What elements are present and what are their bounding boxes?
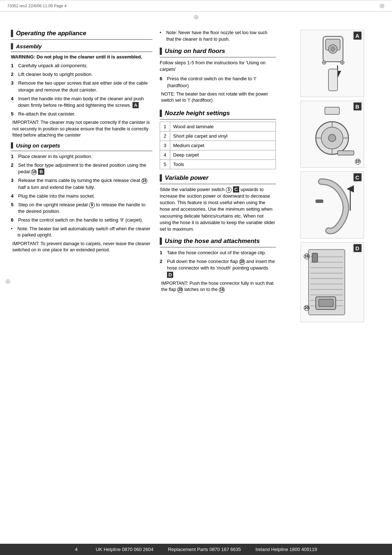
- diagram-d-ref2: 20: [304, 305, 310, 311]
- nozzle-row-5: 5 Tools: [160, 159, 276, 169]
- assembly-warning: WARNING: Do not plug in the cleaner unti…: [11, 54, 152, 60]
- section-hose: Using the hose and attachments: [160, 238, 276, 245]
- uk-helpline: UK Helpline 0870 060 2604: [96, 547, 154, 552]
- section-assembly: Assembly: [11, 43, 152, 49]
- nozzle-row-4: 4 Deep carpet: [160, 150, 276, 159]
- diagram-b-label: B: [354, 102, 362, 110]
- hard-floors-intro: Follow steps 1-5 from the instructions f…: [160, 60, 276, 73]
- page-number: 4: [75, 547, 77, 552]
- hose-step-1: 1 Take the hose connector out of the sto…: [160, 250, 276, 256]
- print-info: 73352 rev2 22/6/06 11:09 Page 4: [7, 4, 66, 8]
- svg-rect-22: [316, 200, 323, 203]
- footer: 4 UK Helpline 0870 060 2604 Replacement …: [0, 544, 392, 555]
- hose-list: 1 Take the hose connector out of the sto…: [160, 250, 276, 278]
- hose-important: IMPORTANT: Push the hose connector fully…: [160, 280, 276, 293]
- svg-rect-36: [312, 253, 318, 262]
- hard-floors-list: 6 Press the control switch on the handle…: [160, 76, 276, 89]
- diagram-d-ref1: 16: [304, 254, 310, 259]
- hose-step-2: 2 Pull down the hose connector flap 20 a…: [160, 258, 276, 278]
- nozzle-table: 1 Wood and laminate 2 Short pile carpet …: [160, 122, 276, 169]
- svg-rect-19: [338, 151, 354, 155]
- crosshair-right: ⊕: [379, 2, 385, 10]
- assembly-step-2: 2 Lift cleaner body to upright position.: [11, 71, 152, 78]
- carpets-list: 1 Place cleaner in its upright position.…: [11, 153, 152, 224]
- diagram-d-svg: [305, 246, 359, 319]
- svg-rect-20: [325, 107, 339, 114]
- carpet-important: IMPORTANT: To prevent damage to carpets,…: [11, 241, 152, 254]
- svg-point-14: [328, 134, 336, 142]
- crosshair-left: ⊕: [5, 278, 11, 285]
- variable-power-text: Slide the variable power switch 3 C upwa…: [160, 186, 276, 232]
- top-bar: 73352 rev2 22/6/06 11:09 Page 4 ⊕: [0, 0, 392, 12]
- beater-note: • Note: The beater bar will automaticall…: [11, 226, 152, 239]
- diagram-c-svg: [303, 174, 361, 236]
- nozzle-row-3: 3 Medium carpet: [160, 141, 276, 150]
- assembly-step-4: 4 Insert the handle into the main body o…: [11, 96, 152, 109]
- diagram-d: D 16 20: [301, 242, 364, 322]
- section-hard-floors: Using on hard floors: [160, 48, 276, 55]
- svg-point-3: [331, 47, 335, 51]
- nozzle-row-1: 1 Wood and laminate: [160, 122, 276, 131]
- carpets-step-6: 6 Press the control switch on the handle…: [11, 217, 152, 223]
- hard-floors-note: NOTE: The beater bar does not rotate wit…: [160, 91, 276, 104]
- diagram-b-ref: 10: [355, 159, 361, 165]
- section-variable-power: Variable power: [160, 174, 276, 182]
- diagram-b-svg: [303, 104, 361, 165]
- assembly-list: 1 Carefully unpack all components. 2 Lif…: [11, 62, 152, 117]
- carpets-step-5: 5 Step on the upright release pedal 9 to…: [11, 202, 152, 215]
- replacement-parts: Replacement Parts 0870 167 6635: [168, 547, 241, 552]
- right-column: A: [283, 30, 381, 322]
- diagram-d-label: D: [354, 244, 362, 252]
- hard-floors-step-6: 6 Press the control switch on the handle…: [160, 76, 276, 89]
- diagram-a-svg: [303, 33, 361, 94]
- crosshair-top: ⊕: [0, 13, 392, 21]
- assembly-step-3: 3 Remove the two upper screws that are e…: [11, 80, 152, 93]
- diagram-a-label: A: [354, 32, 362, 40]
- left-column: Operating the appliance Assembly WARNING…: [11, 30, 152, 322]
- svg-rect-35: [319, 299, 333, 307]
- carpets-step-1: 1 Place cleaner in its upright position.: [11, 153, 152, 160]
- svg-rect-11: [328, 69, 338, 91]
- section-nozzle: Nozzle height settings: [160, 110, 276, 117]
- carpets-step-3: 3 Release the mains cable by turning the…: [11, 177, 152, 190]
- carpets-step-4: 4 Plug the cable into the mains socket.: [11, 193, 152, 199]
- diagram-a: A: [301, 30, 364, 97]
- floor-nozzle-note: • Note: Never have the floor nozzle set …: [160, 30, 276, 42]
- section-operating: Operating the appliance: [11, 30, 152, 37]
- carpets-step-2: 2 Set the floor type adjustment to the d…: [11, 162, 152, 175]
- ireland-helpline: Ireland Helpline 1800 409119: [256, 547, 317, 552]
- diagram-b: B 10: [301, 101, 364, 168]
- assembly-important: IMPORTANT: The cleaner may not operate c…: [11, 119, 152, 139]
- middle-column: • Note: Never have the floor nozzle set …: [156, 30, 279, 322]
- diagram-c: C: [301, 171, 364, 239]
- nozzle-row-2: 2 Short pile carpet and vinyl: [160, 131, 276, 141]
- assembly-step-1: 1 Carefully unpack all components.: [11, 62, 152, 69]
- section-carpets: Using on carpets: [11, 142, 152, 149]
- diagram-c-label: C: [354, 173, 362, 181]
- assembly-step-5: 5 Re-attach the dust canister.: [11, 111, 152, 117]
- main-content: Operating the appliance Assembly WARNING…: [0, 23, 392, 329]
- page: 73352 rev2 22/6/06 11:09 Page 4 ⊕ ⊕ Oper…: [0, 0, 392, 555]
